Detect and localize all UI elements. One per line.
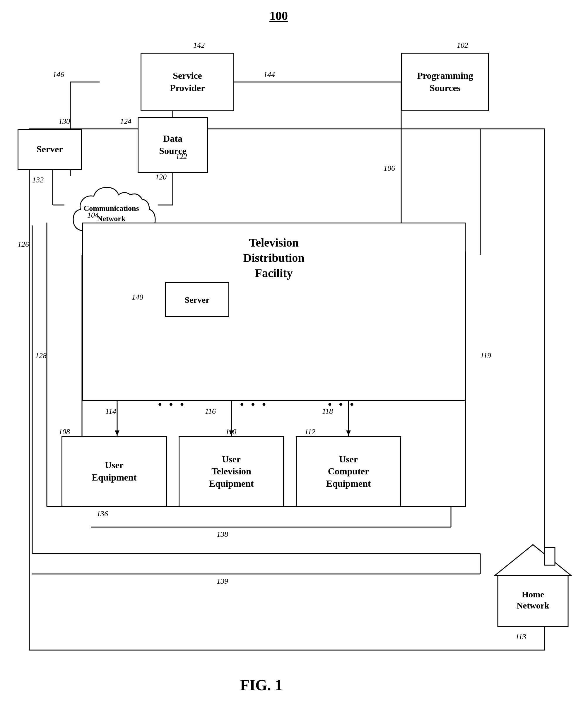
ref-144: 144 <box>264 70 275 79</box>
server-top-label: Server <box>37 143 63 155</box>
ref-132: 132 <box>32 176 44 185</box>
ref-139: 139 <box>217 577 228 586</box>
ref-116: 116 <box>205 407 216 416</box>
ref-106: 106 <box>384 164 395 173</box>
ref-124: 124 <box>120 117 131 126</box>
server-inner-label: Server <box>185 294 210 305</box>
ref-102: 102 <box>457 41 468 50</box>
svg-marker-35 <box>495 545 571 576</box>
service-provider-box: ServiceProvider <box>140 53 234 111</box>
ref-113: 113 <box>515 632 526 641</box>
svg-rect-36 <box>545 547 555 565</box>
server-inner-box: Server <box>165 282 229 317</box>
ref-138: 138 <box>217 530 228 539</box>
dots-center: • • • <box>240 398 268 411</box>
user-computer-label: UserComputerEquipment <box>326 453 371 490</box>
ref-146: 146 <box>53 70 64 79</box>
ref-126: 126 <box>18 240 29 249</box>
ref-128: 128 <box>35 351 47 360</box>
server-top-box: Server <box>18 129 82 170</box>
ref-119: 119 <box>480 351 491 360</box>
ref-142: 142 <box>193 41 205 50</box>
ref-110: 110 <box>225 428 236 436</box>
user-equipment-box: UserEquipment <box>62 436 167 507</box>
data-source-box: DataSource <box>138 117 208 173</box>
svg-marker-29 <box>115 430 119 435</box>
svg-marker-31 <box>346 430 351 435</box>
programming-sources-label: ProgrammingSources <box>417 70 473 94</box>
service-provider-label: ServiceProvider <box>170 70 205 94</box>
diagram-title: 100 <box>269 9 288 23</box>
ref-136: 136 <box>96 510 108 518</box>
tv-distribution-box: TelevisionDistributionFacility Server <box>82 222 465 401</box>
dots-left: • • • <box>158 398 186 411</box>
figure-label: FIG. 1 <box>240 676 282 694</box>
ref-140: 140 <box>132 293 143 302</box>
svg-text:Network: Network <box>97 214 126 223</box>
svg-text:Network: Network <box>517 601 549 610</box>
ref-118: 118 <box>322 407 333 416</box>
user-equipment-label: UserEquipment <box>92 459 137 483</box>
ref-104: 104 <box>87 211 99 220</box>
ref-114: 114 <box>105 407 116 416</box>
ref-112: 112 <box>305 428 315 436</box>
ref-130: 130 <box>59 117 70 126</box>
tv-distribution-label: TelevisionDistributionFacility <box>83 235 465 281</box>
svg-rect-34 <box>498 574 568 627</box>
ref-108: 108 <box>59 428 70 436</box>
svg-text:Home: Home <box>522 589 544 599</box>
user-computer-box: UserComputerEquipment <box>296 436 401 507</box>
home-network-container: Home Network <box>492 539 574 634</box>
user-tv-box: UserTelevisionEquipment <box>179 436 284 507</box>
user-tv-label: UserTelevisionEquipment <box>209 453 254 490</box>
programming-sources-box: ProgrammingSources <box>401 53 489 111</box>
diagram: 100 ServiceProvider 142 ProgrammingSourc… <box>0 0 588 711</box>
ref-122: 122 <box>176 152 187 161</box>
